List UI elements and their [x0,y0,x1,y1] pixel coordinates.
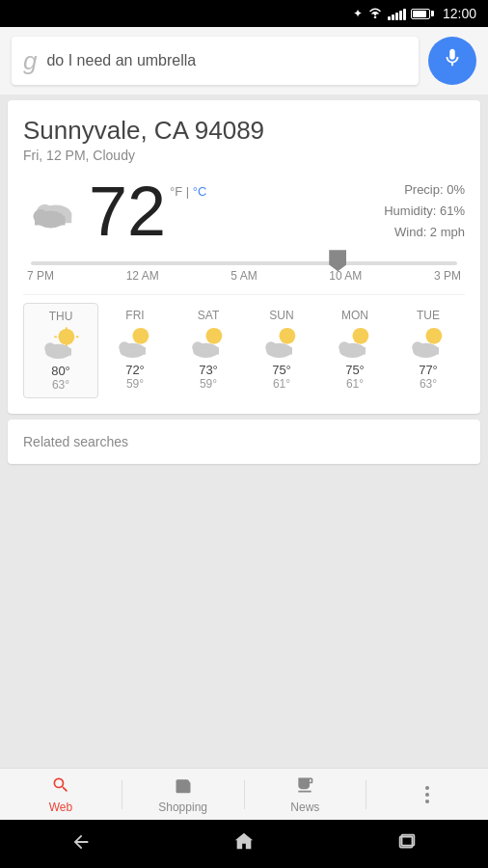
forecast-tue-high: 77° [419,363,438,377]
humidity-text: Humidity: 61% [384,201,465,222]
forecast-tue-temps: 77° 63° [419,363,438,391]
unit-f[interactable]: °F [170,184,182,199]
forecast-container: THU 80° 63° [23,294,465,398]
forecast-fri-low: 59° [125,377,145,391]
forecast-fri-label: FRI [125,309,144,322]
nav-web[interactable]: Web [0,769,122,820]
forecast-sat-temps: 73° 59° [199,363,218,391]
forecast-day-mon[interactable]: MON 75° 61° [318,303,392,398]
svg-rect-6 [35,217,66,226]
forecast-sat-icon [188,326,229,363]
forecast-fri-high: 72° [125,363,145,377]
search-bar[interactable]: g do I need an umbrella [12,37,419,85]
temperature-value: 72 [89,176,166,246]
wind-text: Wind: 2 mph [384,222,465,243]
svg-rect-30 [341,347,366,355]
forecast-thu-temps: 80° 63° [51,364,70,392]
forecast-sun-temps: 75° 61° [272,363,291,391]
timeline-label-4: 3 PM [434,269,461,283]
home-button[interactable] [233,831,255,857]
news-nav-icon [295,775,314,799]
wifi-icon [367,6,383,21]
forecast-tue-low: 63° [419,377,438,391]
status-time: 12:00 [443,6,476,21]
svg-point-27 [352,328,368,344]
forecast-thu-label: THU [49,310,73,323]
svg-point-31 [425,328,442,344]
svg-rect-14 [47,348,71,356]
svg-rect-34 [415,347,439,355]
bluetooth-icon: ✦ [353,7,363,20]
weather-location: Sunnyvale, CA 94089 [23,116,465,146]
signal-icon [388,8,406,20]
precip-text: Precip: 0% [384,179,465,201]
status-icons: ✦ 12:00 [353,6,476,21]
search-bar-container: g do I need an umbrella [0,27,488,95]
battery-icon [411,9,434,19]
svg-point-23 [279,328,295,344]
nav-news[interactable]: News [245,769,366,820]
nav-shopping[interactable]: Shopping [122,769,244,820]
temperature-units: °F | °C [170,184,206,199]
svg-point-15 [132,328,149,344]
forecast-day-sun[interactable]: SUN 75° 61° [245,303,318,398]
forecast-sun-low: 61° [272,377,291,391]
mic-button[interactable] [428,37,476,85]
timeline-label-1: 12 AM [126,269,159,283]
svg-rect-26 [268,347,292,355]
forecast-sun-icon [261,326,302,363]
search-nav-icon [51,775,70,799]
temperature-display: 72 °F | °C [89,176,206,246]
mic-icon [442,47,463,74]
forecast-sat-label: SAT [198,309,219,322]
forecast-fri-temps: 72° 59° [125,363,145,391]
related-searches-card[interactable]: Related searches [8,420,480,464]
back-button[interactable] [70,831,92,857]
unit-c[interactable]: °C [193,184,207,199]
weather-left: 72 °F | °C [23,176,206,246]
unit-sep: | [186,184,193,199]
nav-news-label: News [290,800,319,814]
forecast-sat-low: 59° [199,377,218,391]
forecast-day-fri[interactable]: FRI 72° 59° [98,303,172,398]
google-logo: g [23,46,37,76]
forecast-tue-icon [408,326,448,363]
forecast-mon-temps: 75° 61° [345,363,365,391]
forecast-mon-high: 75° [345,363,365,377]
forecast-day-sat[interactable]: SAT 73° 59° [172,303,245,398]
main-content: g do I need an umbrella Sunnyvale, CA 94… [0,27,488,868]
svg-point-0 [374,16,377,18]
forecast-thu-low: 63° [51,378,70,392]
search-query-text: do I need an umbrella [46,52,407,69]
timeline-label-3: 10 AM [329,269,362,283]
related-searches-title: Related searches [23,434,128,449]
status-bar: ✦ 12:00 [0,0,488,27]
more-icon [425,786,429,803]
forecast-mon-label: MON [341,309,368,322]
nav-shopping-label: Shopping [158,800,207,814]
svg-point-19 [205,328,222,344]
svg-rect-22 [195,347,219,355]
nav-more-button[interactable] [366,769,488,820]
nav-web-label: Web [49,800,72,814]
recents-button[interactable] [396,831,418,857]
forecast-sun-high: 75° [272,363,291,377]
weather-condition: Fri, 12 PM, Cloudy [23,148,465,163]
weather-card: Sunnyvale, CA 94089 Fri, 12 PM, Cloudy [8,100,480,414]
forecast-mon-icon [335,326,375,363]
forecast-day-tue[interactable]: TUE 77° 63° [392,303,465,398]
forecast-thu-icon [41,327,81,364]
forecast-thu-high: 80° [51,364,70,378]
timeline-label-2: 5 AM [230,269,257,283]
forecast-fri-icon [115,326,155,363]
bottom-nav: Web Shopping News [0,768,488,820]
timeline-labels: 7 PM 12 AM 5 AM 10 AM 3 PM [23,265,465,283]
shopping-nav-icon [174,775,193,799]
weather-details: Precip: 0% Humidity: 61% Wind: 2 mph [384,179,465,243]
forecast-day-thu[interactable]: THU 80° 63° [23,303,98,398]
weather-cloud-icon [23,185,81,237]
timeline-label-0: 7 PM [27,269,54,283]
system-nav [0,820,488,868]
forecast-sun-label: SUN [269,309,293,322]
forecast-mon-low: 61° [345,377,365,391]
